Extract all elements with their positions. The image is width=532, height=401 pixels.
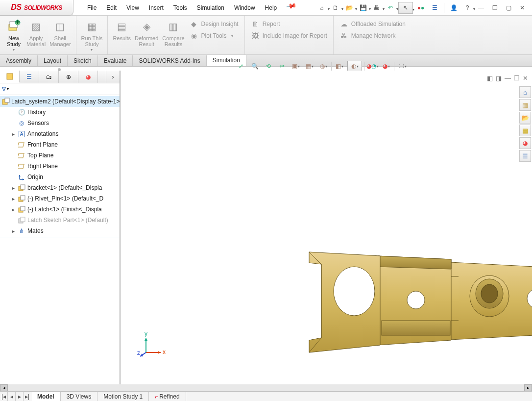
taskpane-file-explorer[interactable]: ▤ bbox=[519, 125, 531, 136]
vp-close-button[interactable]: ✕ bbox=[523, 75, 528, 82]
taskpane-custom-props[interactable]: ☰ bbox=[519, 150, 531, 162]
new-study-button[interactable]: ✚ New Study ▾ bbox=[3, 18, 24, 53]
tree-item-2[interactable]: ▸AAnnotations bbox=[0, 128, 120, 139]
zoom-area-button[interactable]: 🔍 bbox=[249, 61, 261, 72]
svg-rect-8 bbox=[18, 153, 24, 158]
fm-tab-config[interactable]: 🗂 bbox=[39, 71, 59, 83]
caret-icon[interactable]: ▸ bbox=[11, 131, 16, 137]
tree-item-8[interactable]: ▸(-) Rivet_Pin<1> (Default<_D bbox=[0, 193, 120, 204]
menu-file[interactable]: File bbox=[82, 1, 101, 14]
save-button[interactable]: 💾▾ bbox=[357, 2, 369, 14]
tree-item-11[interactable]: ▸⋔Mates bbox=[0, 226, 120, 236]
horizontal-scrollbar[interactable]: ◂ ▸ bbox=[0, 384, 532, 391]
caret-icon[interactable]: ▸ bbox=[11, 185, 16, 191]
view-orientation-button[interactable]: ▣▾ bbox=[290, 61, 302, 72]
restore-button[interactable]: ❐ bbox=[489, 2, 501, 14]
fm-tab-tree[interactable] bbox=[0, 71, 20, 83]
filter-icon[interactable]: ∇ bbox=[2, 86, 6, 93]
caret-icon[interactable]: ▸ bbox=[11, 207, 16, 212]
user-button[interactable]: 👤 bbox=[448, 2, 459, 14]
menu-view[interactable]: View bbox=[121, 1, 144, 14]
bottom-tab-motion-study[interactable]: Motion Study 1 bbox=[97, 392, 149, 401]
scroll-left-button[interactable]: ◂ bbox=[0, 384, 8, 391]
scroll-right-button[interactable]: ▸ bbox=[524, 384, 532, 391]
tree-item-9[interactable]: ▸(-) Latch<1> (Finish<_Displa bbox=[0, 204, 120, 215]
menu-tools[interactable]: Tools bbox=[169, 1, 192, 14]
open-button[interactable]: 📂▾ bbox=[343, 2, 355, 14]
bottom-tab-model[interactable]: Model bbox=[31, 392, 61, 401]
vp-next-icon[interactable]: ◨ bbox=[496, 75, 502, 82]
bottom-tab-3dviews[interactable]: 3D Views bbox=[61, 392, 97, 401]
taskpane-design-library[interactable]: 📂 bbox=[519, 112, 531, 124]
tab-assembly[interactable]: Assembly bbox=[0, 55, 38, 66]
new-study-icon: ✚ bbox=[6, 19, 22, 34]
rollback-bar[interactable] bbox=[0, 237, 120, 237]
tab-nav-next[interactable]: ▸ bbox=[16, 392, 24, 401]
rebuild-button[interactable]: ●● bbox=[415, 2, 427, 14]
display-state-button[interactable]: 🖵▾ bbox=[396, 61, 408, 72]
section-view-button[interactable]: ✂ bbox=[276, 61, 288, 72]
svg-text:z: z bbox=[137, 350, 140, 356]
graphics-viewport[interactable]: ◧ ◨ — ❐ ✕ ⌂ ▦ 📂 ▤ ◕ ☰ bbox=[121, 71, 532, 384]
caret-icon[interactable]: ▸ bbox=[11, 228, 16, 234]
tab-evaluate[interactable]: Evaluate bbox=[98, 55, 133, 66]
svg-marker-35 bbox=[145, 338, 147, 341]
caret-icon[interactable]: ▸ bbox=[11, 196, 16, 201]
select-button[interactable]: ↖▾ bbox=[398, 2, 413, 14]
apply-scene-button[interactable]: ◐▾ bbox=[347, 61, 362, 72]
close-button[interactable]: ✕ bbox=[516, 2, 528, 14]
tab-layout[interactable]: Layout bbox=[38, 55, 68, 66]
tab-sketch[interactable]: Sketch bbox=[68, 55, 98, 66]
tab-nav-prev[interactable]: ◂ bbox=[8, 392, 16, 401]
menu-window[interactable]: Window bbox=[229, 1, 260, 14]
tree-item-4[interactable]: Top Plane bbox=[0, 150, 120, 161]
view-settings-button[interactable]: ◕◔▾ bbox=[366, 61, 378, 72]
task-pane: ⌂ ▦ 📂 ▤ ◕ ☰ bbox=[519, 86, 531, 162]
minimize-button[interactable]: — bbox=[475, 2, 487, 14]
tree-root[interactable]: Latch_system2 (Default<Display State-1>) bbox=[0, 96, 120, 107]
print-button[interactable]: 🖶▾ bbox=[371, 2, 383, 14]
help-button[interactable]: ?▾ bbox=[461, 2, 473, 14]
view-triad[interactable]: x y z bbox=[136, 330, 166, 360]
menu-simulation[interactable]: Simulation bbox=[192, 1, 229, 14]
tree-item-7[interactable]: ▸bracket<1> (Default<_Displa bbox=[0, 182, 120, 193]
tree-item-0[interactable]: 🕑History bbox=[0, 107, 120, 118]
fm-tab-display[interactable]: ◕ bbox=[78, 71, 98, 83]
zoom-fit-button[interactable]: ⤢ bbox=[235, 61, 247, 72]
frame-button[interactable]: ▢ bbox=[503, 2, 514, 14]
menu-insert[interactable]: Insert bbox=[144, 1, 169, 14]
undo-button[interactable]: ↶▾ bbox=[385, 2, 396, 14]
menu-edit[interactable]: Edit bbox=[101, 1, 121, 14]
new-button[interactable]: 🗋▾ bbox=[330, 2, 341, 14]
vp-restore-button[interactable]: ❐ bbox=[514, 75, 520, 82]
plot-tools-icon: ◉ bbox=[190, 31, 198, 40]
svg-marker-12 bbox=[23, 178, 24, 180]
home-button[interactable]: ⌂▾ bbox=[316, 2, 328, 14]
tree-item-1[interactable]: ◎Sensors bbox=[0, 118, 120, 128]
taskpane-appearances[interactable]: ◕ bbox=[519, 137, 531, 149]
taskpane-home[interactable]: ⌂ bbox=[519, 86, 531, 98]
taskpane-resources[interactable]: ▦ bbox=[519, 99, 531, 111]
tree-item-10[interactable]: Latch Sketch Part<1> (Default) bbox=[0, 215, 120, 226]
tree-item-5[interactable]: Right Plane bbox=[0, 161, 120, 172]
vp-prev-icon[interactable]: ◧ bbox=[487, 75, 493, 82]
fm-tab-property[interactable]: ☰ bbox=[20, 71, 39, 83]
fm-tab-expand[interactable]: › bbox=[106, 71, 120, 83]
display-style-button[interactable]: ▦▾ bbox=[304, 61, 315, 72]
previous-view-button[interactable]: ⟲ bbox=[263, 61, 274, 72]
vp-minimize-button[interactable]: — bbox=[505, 75, 511, 82]
tree-item-3[interactable]: Front Plane bbox=[0, 139, 120, 150]
hide-show-button[interactable]: ◍▾ bbox=[317, 61, 329, 72]
options-button[interactable]: ☰ bbox=[429, 2, 440, 14]
tab-nav-last[interactable]: ▸| bbox=[24, 392, 31, 401]
menu-help[interactable]: Help bbox=[260, 1, 282, 14]
render-tools-button[interactable]: ◕▾ bbox=[380, 61, 392, 72]
edit-appearance-button[interactable]: ◧▾ bbox=[334, 61, 345, 72]
tab-addins[interactable]: SOLIDWORKS Add-Ins bbox=[133, 55, 206, 66]
fm-tab-dim[interactable]: ⊕ bbox=[59, 71, 78, 83]
tab-nav-first[interactable]: |◂ bbox=[0, 392, 8, 401]
bottom-tab-refined[interactable]: ⌐Refined bbox=[149, 392, 186, 401]
pin-icon[interactable]: 📌 bbox=[283, 0, 297, 15]
scroll-track[interactable] bbox=[8, 384, 524, 391]
tree-item-6[interactable]: Origin bbox=[0, 172, 120, 182]
